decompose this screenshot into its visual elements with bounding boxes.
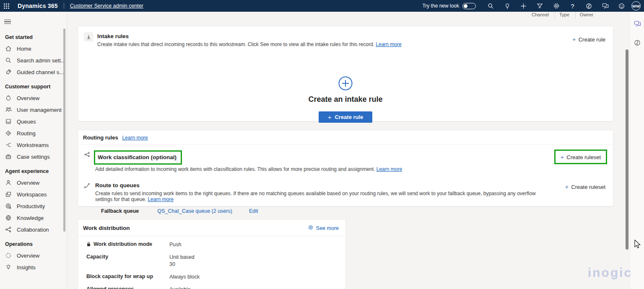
add-circle-icon[interactable]	[338, 76, 353, 91]
work-classification-title: Work classification (optional)	[98, 154, 177, 160]
sidebar-item-routing[interactable]: Routing	[0, 127, 67, 139]
users-icon	[5, 106, 12, 113]
waffle-menu-icon[interactable]	[0, 0, 13, 12]
work-classification-description: Add detailed information to incoming wor…	[95, 166, 542, 172]
create-rule-primary-button[interactable]: +Create rule	[319, 111, 373, 123]
column-header-owner: Owner	[576, 11, 599, 19]
plus-icon: +	[565, 183, 569, 190]
intake-rules-description: Create intake rules that direct incoming…	[97, 41, 402, 47]
fallback-queue-label: Fallback queue	[101, 208, 139, 214]
sidebar-section-operations: Operations	[0, 235, 67, 250]
search-icon[interactable]	[483, 0, 499, 12]
sidebar-section-get-started: Get started	[0, 28, 67, 43]
plus-icon: +	[572, 36, 576, 43]
app-name-link[interactable]: Customer Service admin center	[70, 3, 143, 9]
home-icon	[5, 45, 12, 52]
lightbulb-icon[interactable]	[499, 0, 515, 12]
wd-row-allowed-presences: Allowed presences Available Busy Busy - …	[86, 286, 339, 289]
brand-title: Dynamics 365	[18, 3, 58, 9]
knowledge-icon	[5, 214, 12, 221]
sidebar-item-queues[interactable]: Queues	[0, 116, 67, 127]
fallback-queue-row: Fallback queue QS_Chat_Case queue (2 use…	[101, 208, 542, 214]
sidebar-item-ops-overview[interactable]: Overview	[0, 250, 67, 261]
sidebar-scrollbar[interactable]	[63, 28, 65, 232]
plus-icon: +	[328, 114, 332, 121]
intake-learn-more-link[interactable]: Learn more	[376, 41, 401, 47]
empty-state-title: Create an intake rule	[78, 95, 613, 104]
sidebar-section-agent-experience: Agent experience	[0, 163, 67, 177]
briefcase-icon	[5, 153, 12, 160]
column-header-type: Type	[555, 11, 576, 19]
right-rail	[631, 12, 644, 289]
route-to-queues-description: Create rules to send incoming work items…	[95, 191, 542, 202]
insights-bulb-icon	[5, 264, 12, 271]
see-more-button[interactable]: See more	[308, 224, 339, 232]
fallback-edit-link[interactable]: Edit	[249, 208, 258, 214]
queues-icon	[5, 118, 12, 125]
intake-empty-state: Create an intake rule +Create rule	[78, 76, 613, 123]
classification-icon	[84, 151, 91, 158]
sidebar-item-workspaces[interactable]: Workspaces	[0, 188, 67, 200]
teams-chat-icon[interactable]	[631, 16, 644, 31]
person-icon	[5, 179, 12, 186]
new-look-toggle[interactable]	[462, 3, 476, 9]
sidebar-item-ae-overview[interactable]: Overview	[0, 177, 67, 188]
route-to-queues-title: Route to queues	[95, 182, 140, 188]
plus-icon: +	[561, 153, 564, 160]
help-icon[interactable]: ?	[564, 0, 581, 12]
route-icon	[84, 182, 91, 189]
sidebar-item-productivity[interactable]: Productivity	[0, 200, 67, 212]
quick-create-plus-icon[interactable]	[515, 0, 532, 12]
fallback-queue-link[interactable]: QS_Chat_Case queue (2 users)	[157, 208, 232, 214]
routing-learn-more-link[interactable]: Learn more	[122, 135, 148, 141]
sidebar-section-customer-support: Customer support	[0, 78, 67, 92]
wd-row-mode: Work distribution mode Push	[86, 241, 339, 248]
sidebar-item-guided-channel-setup[interactable]: Guided channel s...	[0, 66, 67, 78]
sidebar-item-knowledge[interactable]: Knowledge	[0, 212, 67, 224]
route-to-queues-row: Route to queues Create rules to send inc…	[78, 174, 613, 216]
sidebar-item-user-management[interactable]: User management	[0, 104, 67, 116]
routing-rules-header: Routing rules Learn more	[78, 130, 613, 144]
sidebar-collapse-icon[interactable]	[4, 18, 13, 26]
settings-gear-icon[interactable]	[548, 0, 564, 12]
work-classification-highlight: Work classification (optional)	[94, 150, 182, 165]
routing-icon	[5, 130, 12, 137]
intake-rules-title: Intake rules	[97, 32, 402, 39]
workspaces-icon	[5, 191, 12, 198]
user-avatar[interactable]: WW	[631, 1, 641, 10]
scrolled-table-headers: Channel Type Owner	[527, 11, 599, 19]
search-icon	[5, 57, 12, 64]
overview-icon	[5, 95, 12, 101]
sidebar-item-collaboration[interactable]: Collaboration	[0, 224, 67, 235]
main-scrollbar[interactable]	[626, 49, 628, 250]
routing-rules-card: Routing rules Learn more Work classifica…	[78, 130, 613, 206]
sidebar-item-case-settings[interactable]: Case settings	[0, 151, 67, 163]
feedback-smiley-icon[interactable]	[613, 0, 630, 12]
route-learn-more-link[interactable]: Learn more	[148, 196, 173, 202]
routing-rules-title: Routing rules	[83, 134, 118, 141]
create-ruleset-button-classification[interactable]: +Create ruleset	[554, 150, 607, 164]
dynamics-apps-icon[interactable]	[581, 0, 597, 12]
teams-chat-icon[interactable]	[597, 0, 613, 12]
classification-learn-more-link[interactable]: Learn more	[377, 166, 402, 172]
work-distribution-title: Work distribution	[83, 225, 130, 231]
gear-icon	[308, 224, 314, 232]
top-bar: Dynamics 365 Customer Service admin cent…	[0, 0, 644, 12]
create-ruleset-button-queues[interactable]: +Create ruleset	[565, 183, 605, 190]
topbar-divider	[64, 3, 64, 9]
lock-icon	[86, 242, 91, 248]
sidebar-item-insights[interactable]: Insights	[0, 261, 67, 273]
filter-icon[interactable]	[532, 0, 548, 12]
create-rule-link-button[interactable]: +Create rule	[572, 36, 605, 43]
intake-rules-icon	[84, 32, 93, 41]
column-header-channel: Channel	[527, 11, 555, 19]
sidebar-item-workstreams[interactable]: Workstreams	[0, 139, 67, 151]
try-new-look-label: Try the new look	[422, 3, 459, 9]
wd-row-capacity: Capacity Unit based 30	[86, 254, 339, 268]
sidebar-item-cs-overview[interactable]: Overview	[0, 92, 67, 104]
intake-rules-card: Intake rules Create intake rules that di…	[78, 26, 613, 121]
collaboration-icon	[5, 226, 12, 233]
copilot-icon[interactable]	[631, 35, 644, 50]
sidebar-item-search-admin-settings[interactable]: Search admin sett...	[0, 54, 67, 66]
sidebar-item-home[interactable]: Home	[0, 43, 67, 54]
